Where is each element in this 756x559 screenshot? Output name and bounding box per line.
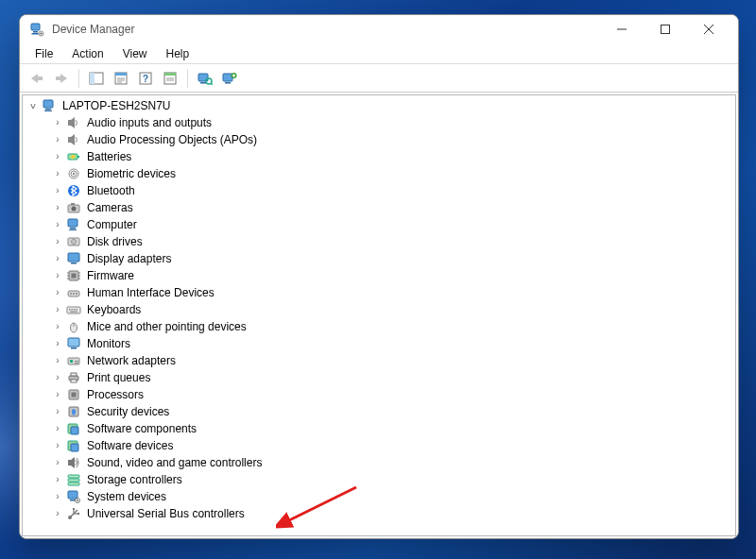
svg-point-108 (77, 513, 79, 515)
expander-icon[interactable]: › (51, 201, 64, 214)
tree-category-label: Monitors (85, 337, 132, 350)
svg-marker-12 (60, 74, 67, 83)
tree-category[interactable]: › Biometric devices (23, 165, 735, 182)
svg-rect-53 (70, 228, 76, 229)
tree-category[interactable]: › Bluetooth (23, 182, 735, 199)
svg-rect-88 (71, 380, 77, 382)
expander-icon[interactable]: › (51, 150, 64, 163)
expander-icon[interactable]: › (51, 473, 64, 486)
expander-icon[interactable]: › (51, 490, 64, 503)
menu-file[interactable]: File (26, 45, 62, 62)
svg-point-70 (73, 293, 75, 295)
expander-icon[interactable]: › (51, 286, 64, 299)
biometric-icon (66, 166, 81, 181)
svg-rect-54 (69, 229, 77, 230)
device-tree[interactable]: ⅴ LAPTOP-ESH2SN7U › Audio inputs and out… (22, 94, 736, 536)
expander-icon[interactable]: › (51, 456, 64, 469)
tree-category[interactable]: › Software devices (23, 437, 735, 454)
expander-icon[interactable]: › (51, 184, 64, 197)
svg-rect-44 (77, 156, 79, 158)
menu-action[interactable]: Action (62, 45, 112, 62)
svg-rect-99 (68, 479, 79, 482)
expander-icon[interactable]: › (51, 303, 64, 316)
expander-icon[interactable]: › (51, 354, 64, 367)
maximize-button[interactable] (644, 15, 687, 43)
security-icon (66, 404, 81, 419)
tree-category[interactable]: › Network adapters (23, 352, 735, 369)
tree-category[interactable]: › Keyboards (23, 301, 735, 318)
tree-category[interactable]: › Human Interface Devices (23, 284, 735, 301)
expander-icon[interactable]: › (51, 252, 64, 265)
toolbar-console-tree-button[interactable] (85, 67, 108, 90)
expander-icon[interactable]: › (51, 388, 64, 401)
battery-icon (66, 149, 81, 164)
expander-icon[interactable]: › (51, 422, 64, 435)
svg-rect-100 (68, 483, 79, 485)
tree-category[interactable]: › Sound, video and game controllers (23, 454, 735, 471)
svg-rect-96 (68, 460, 71, 466)
toolbar-add-driver-button[interactable] (218, 67, 241, 90)
toolbar-help-button[interactable]: ? (134, 67, 157, 90)
tree-category[interactable]: › Storage controllers (23, 471, 735, 488)
tree-category[interactable]: › Print queues (23, 369, 735, 386)
expander-icon[interactable]: ⅴ (26, 99, 40, 112)
expander-icon[interactable]: › (51, 167, 64, 180)
minimize-button[interactable] (600, 15, 644, 43)
tree-category[interactable]: › Audio Processing Objects (APOs) (23, 131, 735, 148)
tree-category[interactable]: › System devices (23, 488, 735, 505)
svg-rect-73 (69, 309, 71, 311)
audio-icon (66, 132, 81, 147)
expander-icon[interactable]: › (51, 116, 64, 129)
toolbar-action-button[interactable] (159, 67, 181, 90)
network-icon (66, 353, 81, 368)
expander-icon[interactable]: › (51, 320, 64, 333)
svg-rect-51 (71, 203, 75, 205)
tree-category[interactable]: › Monitors (23, 335, 735, 352)
tree-category[interactable]: › Audio inputs and outputs (23, 114, 735, 131)
expander-icon[interactable]: › (51, 439, 64, 452)
expander-icon[interactable]: › (51, 269, 64, 282)
svg-rect-5 (40, 33, 43, 34)
tree-root[interactable]: ⅴ LAPTOP-ESH2SN7U (23, 97, 735, 114)
tree-category-label: Universal Serial Bus controllers (85, 507, 247, 520)
expander-icon[interactable]: › (51, 133, 64, 146)
tree-category-label: Software components (85, 422, 198, 435)
tree-root-label: LAPTOP-ESH2SN7U (60, 99, 173, 112)
tree-category[interactable]: › Universal Serial Bus controllers (23, 505, 735, 522)
keyboard-icon (66, 302, 81, 317)
tree-category[interactable]: › Software components (23, 420, 735, 437)
expander-icon[interactable]: › (51, 371, 64, 384)
menu-help[interactable]: Help (157, 45, 199, 62)
tree-category[interactable]: › Processors (23, 386, 735, 403)
tree-category[interactable]: › Display adapters (23, 250, 735, 267)
tree-category[interactable]: › Mice and other pointing devices (23, 318, 735, 335)
toolbar-scan-button[interactable] (194, 67, 216, 90)
expander-icon[interactable]: › (51, 235, 64, 248)
tree-category[interactable]: › Computer (23, 216, 735, 233)
svg-rect-76 (77, 309, 78, 311)
menu-view[interactable]: View (113, 45, 157, 62)
tree-category[interactable]: › Cameras (23, 199, 735, 216)
svg-rect-58 (68, 253, 79, 262)
toolbar-back-button[interactable] (26, 67, 48, 90)
close-button[interactable] (687, 15, 730, 43)
svg-point-47 (73, 173, 75, 175)
firmware-icon (66, 268, 81, 283)
display-icon (66, 251, 81, 266)
hid-icon (66, 285, 81, 300)
tree-category[interactable]: › Firmware (23, 267, 735, 284)
tree-category[interactable]: › Disk drives (23, 233, 735, 250)
svg-rect-36 (43, 100, 53, 108)
toolbar-forward-button[interactable] (50, 67, 73, 90)
tree-category[interactable]: › Security devices (23, 403, 735, 420)
camera-icon (66, 200, 81, 215)
tree-category-label: Cameras (85, 201, 135, 214)
expander-icon[interactable]: › (51, 337, 64, 350)
expander-icon[interactable]: › (51, 507, 64, 520)
expander-icon[interactable]: › (51, 218, 64, 231)
expander-icon[interactable]: › (51, 405, 64, 418)
tree-category[interactable]: › Batteries (23, 148, 735, 165)
monitor-icon (66, 336, 81, 351)
tree-category-label: Processors (85, 388, 146, 401)
toolbar-properties-button[interactable] (110, 67, 132, 90)
